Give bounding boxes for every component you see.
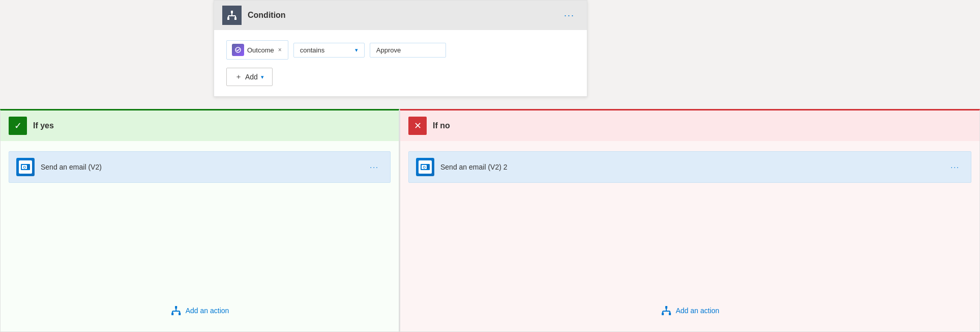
x-icon: ✕ [408,117,427,135]
svg-rect-14 [179,313,181,315]
operator-label: contains [300,46,324,54]
chevron-down-icon: ▾ [355,47,358,53]
plus-icon: ＋ [235,72,242,81]
check-icon: ✓ [9,117,27,135]
svg-rect-0 [231,11,233,13]
action-card-left-2: O Send an email (V2) 2 [416,158,508,176]
branch-yes: ✓ If yes O Send an email (V2) [0,109,399,332]
condition-header-left: Condition [222,6,286,25]
svg-rect-1 [227,17,229,20]
add-button[interactable]: ＋ Add ▾ [226,68,273,86]
send-email-v2-card[interactable]: O Send an email (V2) ··· [9,151,391,183]
send-email-v2-2-more-button[interactable]: ··· [946,161,964,173]
svg-rect-23 [665,306,667,309]
svg-text:O: O [23,165,26,169]
send-email-v2-2-title: Send an email (V2) 2 [440,163,508,171]
branch-yes-label: If yes [33,121,54,130]
outcome-tag: Outcome × [226,40,288,60]
outcome-label: Outcome [247,46,274,54]
condition-more-button[interactable]: ··· [560,8,579,23]
svg-rect-2 [234,17,236,20]
outlook-inner-icon: O [19,160,32,174]
action-card-left: O Send an email (V2) [16,158,102,176]
add-chevron-icon: ▾ [261,74,264,80]
add-action-yes-button[interactable]: Add an action [170,305,229,316]
branch-no-label: If no [433,121,450,130]
svg-rect-13 [171,313,173,315]
outcome-close-button[interactable]: × [277,46,283,53]
send-email-v2-title: Send an email (V2) [41,163,102,171]
svg-rect-25 [669,313,671,315]
svg-rect-24 [662,313,664,315]
outlook-icon-2: O [416,158,434,176]
condition-card: Condition ··· Outcome × contains ▾ A [214,0,587,97]
branch-yes-header: ✓ If yes [1,110,399,141]
branch-no: ✕ If no O Send an email (V2) 2 [400,109,980,332]
add-action-no-label: Add an action [676,307,720,315]
add-action-no-icon [661,305,672,316]
add-label: Add [245,73,258,81]
operator-select[interactable]: contains ▾ [293,43,365,58]
condition-body: Outcome × contains ▾ Approve ＋ Add ▾ [214,30,587,96]
value-input[interactable]: Approve [370,43,446,58]
svg-rect-12 [175,306,177,309]
add-action-yes-label: Add an action [186,307,229,315]
add-action-no-button[interactable]: Add an action [661,305,720,316]
add-action-yes-icon [170,305,182,316]
send-email-v2-2-card[interactable]: O Send an email (V2) 2 ··· [408,151,971,183]
condition-header: Condition ··· [214,1,587,30]
condition-title: Condition [248,11,286,20]
outlook-icon: O [16,158,35,176]
branches-container: ✓ If yes O Send an email (V2) [0,109,980,332]
condition-icon [222,6,242,25]
outlook-inner-icon-2: O [419,160,432,174]
svg-text:O: O [423,165,426,169]
outcome-icon [232,44,244,56]
branch-no-header: ✕ If no [400,110,979,141]
condition-row: Outcome × contains ▾ Approve [226,40,575,60]
send-email-v2-more-button[interactable]: ··· [366,161,383,173]
